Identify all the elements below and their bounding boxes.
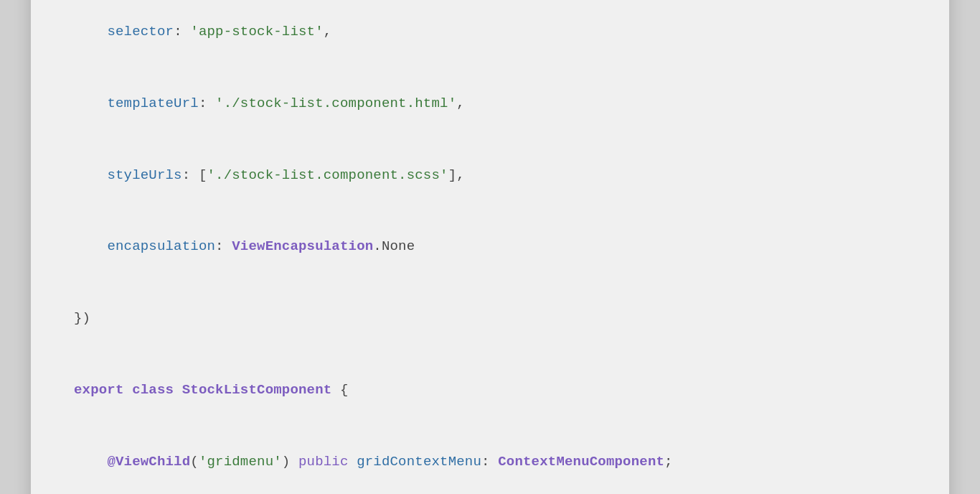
code-line-7: styleUrls: ['./stock-list.component.scss… xyxy=(74,164,906,187)
code-line-5: selector: 'app-stock-list', xyxy=(74,20,906,44)
code-line-11: @ViewChild('gridmenu') public gridContex… xyxy=(74,450,906,474)
code-window: import { menuItems } from '../../data'; … xyxy=(31,0,949,494)
code-line-9: }) xyxy=(74,307,906,330)
code-line-10: export class StockListComponent { xyxy=(74,378,906,402)
code-line-6: templateUrl: './stock-list.component.htm… xyxy=(74,92,906,116)
code-line-8: encapsulation: ViewEncapsulation.None xyxy=(74,235,906,258)
code-block: import { menuItems } from '../../data'; … xyxy=(74,0,906,494)
